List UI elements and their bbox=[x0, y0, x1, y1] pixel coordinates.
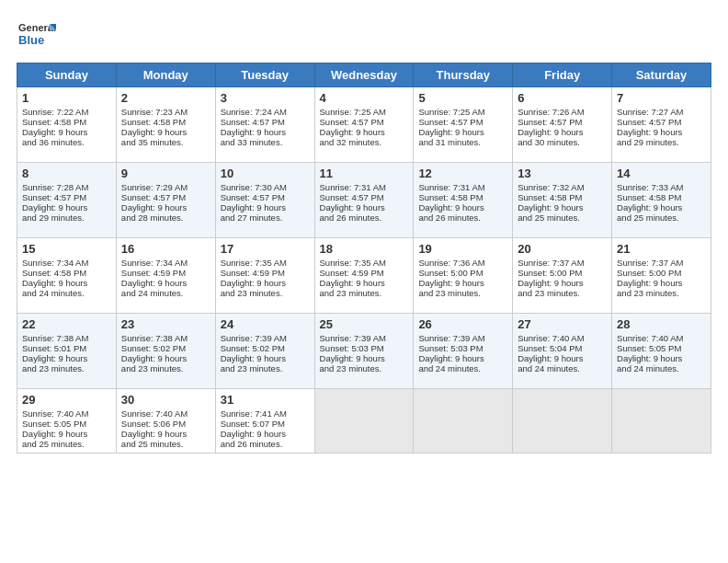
calendar-cell: 4Sunrise: 7:25 AMSunset: 4:57 PMDaylight… bbox=[314, 87, 414, 163]
day-info-line: Daylight: 9 hours bbox=[320, 278, 409, 288]
day-number: 14 bbox=[617, 167, 706, 180]
calendar-cell: 7Sunrise: 7:27 AMSunset: 4:57 PMDaylight… bbox=[612, 87, 711, 163]
day-info-line: Daylight: 9 hours bbox=[617, 353, 706, 363]
day-info-line: Daylight: 9 hours bbox=[518, 127, 607, 137]
day-info-line: Sunrise: 7:28 AM bbox=[22, 182, 111, 192]
weekday-header-tuesday: Tuesday bbox=[215, 63, 314, 87]
calendar-cell: 22Sunrise: 7:38 AMSunset: 5:01 PMDayligh… bbox=[17, 314, 117, 389]
weekday-header-thursday: Thursday bbox=[414, 63, 513, 87]
day-info-line: Sunrise: 7:37 AM bbox=[518, 258, 607, 268]
day-info-line: Daylight: 9 hours bbox=[320, 353, 409, 363]
day-info-line: Sunset: 4:57 PM bbox=[518, 117, 607, 127]
day-info-line: Sunrise: 7:25 AM bbox=[320, 107, 409, 117]
calendar-cell bbox=[314, 389, 414, 454]
day-info-line: and 23 minutes. bbox=[221, 288, 310, 298]
day-number: 27 bbox=[518, 317, 607, 331]
calendar-cell: 20Sunrise: 7:37 AMSunset: 5:00 PMDayligh… bbox=[513, 238, 612, 314]
day-number: 15 bbox=[22, 242, 111, 256]
day-info-line: Sunset: 5:03 PM bbox=[320, 343, 409, 353]
day-info-line: Sunset: 4:57 PM bbox=[221, 117, 310, 127]
day-info-line: and 30 minutes. bbox=[518, 137, 607, 147]
day-info-line: Daylight: 9 hours bbox=[121, 202, 210, 213]
day-number: 20 bbox=[518, 242, 607, 256]
calendar-table: SundayMondayTuesdayWednesdayThursdayFrid… bbox=[17, 63, 711, 454]
day-info-line: and 23 minutes. bbox=[418, 288, 507, 298]
day-info-line: Sunset: 4:57 PM bbox=[121, 192, 210, 202]
day-number: 30 bbox=[121, 393, 210, 407]
calendar-cell: 8Sunrise: 7:28 AMSunset: 4:57 PMDaylight… bbox=[17, 163, 117, 238]
weekday-header-row: SundayMondayTuesdayWednesdayThursdayFrid… bbox=[17, 63, 711, 87]
day-info-line: Sunrise: 7:39 AM bbox=[221, 333, 310, 343]
day-number: 10 bbox=[221, 167, 310, 180]
day-info-line: Sunrise: 7:35 AM bbox=[221, 258, 310, 268]
day-info-line: and 35 minutes. bbox=[121, 137, 210, 147]
day-info-line: Sunrise: 7:39 AM bbox=[418, 333, 507, 343]
day-info-line: Sunrise: 7:40 AM bbox=[22, 408, 111, 419]
day-info-line: Daylight: 9 hours bbox=[617, 202, 706, 213]
day-info-line: and 24 minutes. bbox=[518, 363, 607, 373]
calendar-cell: 28Sunrise: 7:40 AMSunset: 5:05 PMDayligh… bbox=[612, 314, 711, 389]
day-info-line: and 24 minutes. bbox=[121, 288, 210, 298]
day-info-line: Sunset: 5:07 PM bbox=[221, 419, 310, 429]
calendar-cell: 12Sunrise: 7:31 AMSunset: 4:58 PMDayligh… bbox=[414, 163, 513, 238]
day-number: 7 bbox=[617, 91, 706, 105]
calendar-cell: 19Sunrise: 7:36 AMSunset: 5:00 PMDayligh… bbox=[414, 238, 513, 314]
calendar-cell: 1Sunrise: 7:22 AMSunset: 4:58 PMDaylight… bbox=[17, 87, 117, 163]
day-info-line: and 32 minutes. bbox=[320, 137, 409, 147]
weekday-header-saturday: Saturday bbox=[612, 63, 711, 87]
day-info-line: and 31 minutes. bbox=[418, 137, 507, 147]
day-info-line: and 26 minutes. bbox=[320, 213, 409, 223]
day-info-line: Sunset: 4:57 PM bbox=[221, 192, 310, 202]
calendar-cell: 23Sunrise: 7:38 AMSunset: 5:02 PMDayligh… bbox=[116, 314, 215, 389]
day-info-line: Daylight: 9 hours bbox=[22, 202, 111, 213]
day-info-line: Sunset: 5:05 PM bbox=[617, 343, 706, 353]
day-info-line: Sunset: 4:58 PM bbox=[22, 117, 111, 127]
day-info-line: and 25 minutes. bbox=[22, 439, 111, 449]
calendar-cell: 25Sunrise: 7:39 AMSunset: 5:03 PMDayligh… bbox=[314, 314, 414, 389]
day-info-line: Daylight: 9 hours bbox=[617, 127, 706, 137]
calendar-cell bbox=[612, 389, 711, 454]
day-info-line: Daylight: 9 hours bbox=[22, 278, 111, 288]
day-info-line: and 28 minutes. bbox=[121, 213, 210, 223]
calendar-cell bbox=[414, 389, 513, 454]
day-number: 26 bbox=[418, 317, 507, 331]
calendar-cell: 6Sunrise: 7:26 AMSunset: 4:57 PMDaylight… bbox=[513, 87, 612, 163]
day-info-line: Daylight: 9 hours bbox=[418, 202, 507, 213]
calendar-cell: 13Sunrise: 7:32 AMSunset: 4:58 PMDayligh… bbox=[513, 163, 612, 238]
day-number: 29 bbox=[22, 393, 111, 407]
day-info-line: Sunrise: 7:25 AM bbox=[418, 107, 507, 117]
calendar-cell: 16Sunrise: 7:34 AMSunset: 4:59 PMDayligh… bbox=[116, 238, 215, 314]
day-info-line: Daylight: 9 hours bbox=[221, 353, 310, 363]
day-info-line: Daylight: 9 hours bbox=[320, 127, 409, 137]
day-info-line: and 24 minutes. bbox=[617, 363, 706, 373]
calendar-cell: 21Sunrise: 7:37 AMSunset: 5:00 PMDayligh… bbox=[612, 238, 711, 314]
day-info-line: Daylight: 9 hours bbox=[121, 278, 210, 288]
day-info-line: Sunrise: 7:26 AM bbox=[518, 107, 607, 117]
calendar-cell: 11Sunrise: 7:31 AMSunset: 4:57 PMDayligh… bbox=[314, 163, 414, 238]
day-info-line: Daylight: 9 hours bbox=[617, 278, 706, 288]
day-info-line: Sunrise: 7:27 AM bbox=[617, 107, 706, 117]
day-info-line: Sunset: 5:01 PM bbox=[22, 343, 111, 353]
day-number: 25 bbox=[320, 317, 409, 331]
day-info-line: and 23 minutes. bbox=[22, 363, 111, 373]
day-info-line: Daylight: 9 hours bbox=[221, 278, 310, 288]
day-info-line: Sunset: 4:57 PM bbox=[320, 117, 409, 127]
day-info-line: Sunset: 4:57 PM bbox=[22, 192, 111, 202]
day-info-line: Sunset: 4:58 PM bbox=[121, 117, 210, 127]
day-info-line: Daylight: 9 hours bbox=[221, 429, 310, 439]
day-info-line: and 27 minutes. bbox=[221, 213, 310, 223]
day-number: 23 bbox=[121, 317, 210, 331]
day-info-line: Sunrise: 7:22 AM bbox=[22, 107, 111, 117]
day-info-line: Daylight: 9 hours bbox=[221, 202, 310, 213]
day-info-line: Daylight: 9 hours bbox=[418, 127, 507, 137]
day-info-line: and 29 minutes. bbox=[617, 137, 706, 147]
day-number: 5 bbox=[418, 91, 507, 105]
day-info-line: Sunrise: 7:39 AM bbox=[320, 333, 409, 343]
day-info-line: Sunset: 4:58 PM bbox=[617, 192, 706, 202]
day-info-line: and 36 minutes. bbox=[22, 137, 111, 147]
calendar-cell: 24Sunrise: 7:39 AMSunset: 5:02 PMDayligh… bbox=[215, 314, 314, 389]
day-info-line: Sunset: 4:58 PM bbox=[518, 192, 607, 202]
day-number: 13 bbox=[518, 167, 607, 180]
day-info-line: and 23 minutes. bbox=[320, 288, 409, 298]
day-info-line: Daylight: 9 hours bbox=[418, 278, 507, 288]
